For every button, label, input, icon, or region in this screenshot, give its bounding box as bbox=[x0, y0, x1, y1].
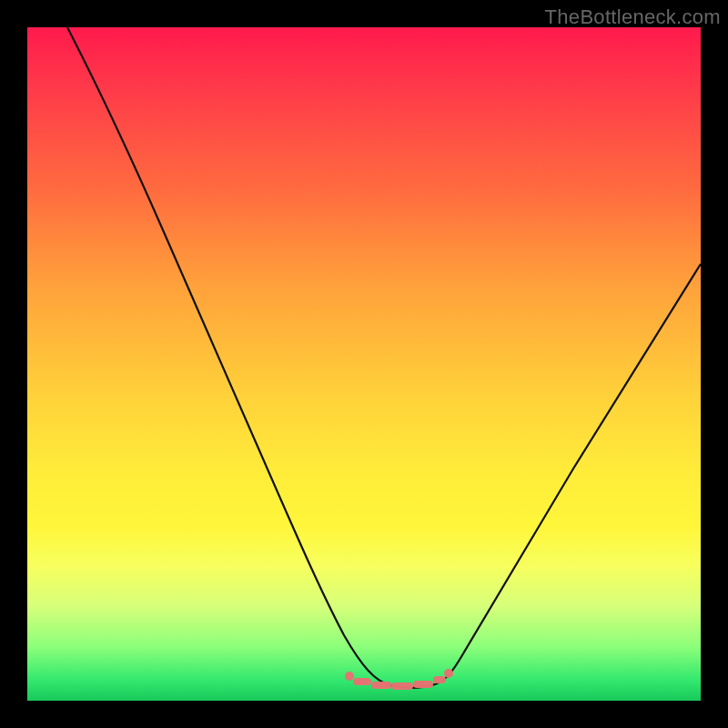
watermark-text: TheBottleneck.com bbox=[545, 5, 721, 29]
valley-marker-seg-1 bbox=[353, 678, 371, 685]
valley-marker-dot-right bbox=[444, 669, 453, 678]
chart-frame: TheBottleneck.com bbox=[0, 0, 728, 728]
valley-marker-seg-3 bbox=[391, 682, 413, 690]
plot-area bbox=[27, 27, 701, 701]
valley-marker-seg-2 bbox=[371, 682, 391, 689]
curve-path bbox=[67, 27, 701, 688]
valley-marker-seg-4 bbox=[413, 681, 433, 688]
bottleneck-curve bbox=[27, 27, 701, 701]
valley-marker-seg-5 bbox=[433, 676, 446, 683]
